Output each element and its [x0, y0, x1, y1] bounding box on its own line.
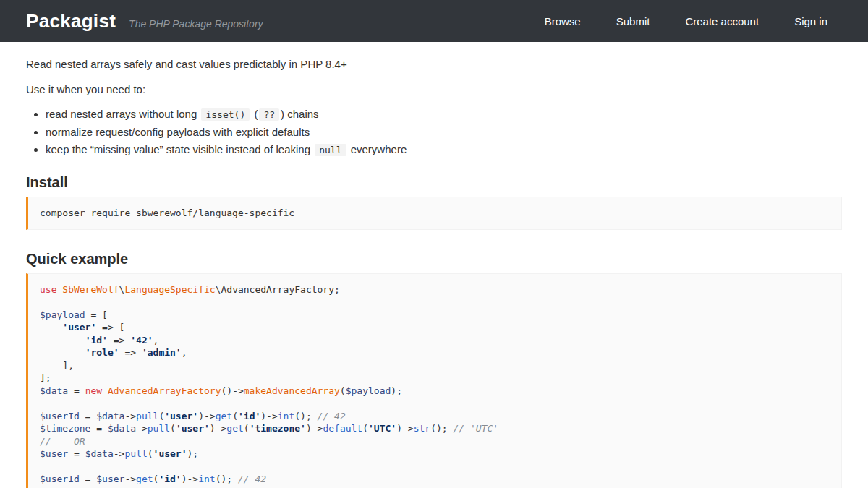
nav-create-account[interactable]: Create account	[685, 15, 759, 27]
site-tagline: The PHP Package Repository	[129, 18, 263, 30]
packagist-logo[interactable]: Packagist	[26, 10, 116, 33]
example-code-block: use SbWereWolf\LanguageSpecific\Advanced…	[26, 273, 842, 488]
use-when-paragraph: Use it when you need to:	[26, 83, 842, 96]
nav-browse[interactable]: Browse	[545, 15, 581, 27]
intro-paragraph: Read nested arrays safely and cast value…	[26, 58, 842, 71]
quick-example-heading: Quick example	[26, 250, 842, 267]
install-heading: Install	[26, 174, 842, 191]
install-code-block: composer require sbwerewolf/language-spe…	[26, 197, 842, 230]
header: Packagist The PHP Package Repository Bro…	[0, 0, 868, 42]
list-item: normalize request/config payloads with e…	[46, 124, 842, 141]
main-nav: Browse Submit Create account Sign in	[545, 15, 827, 27]
nav-submit[interactable]: Submit	[616, 15, 650, 27]
page: Packagist The PHP Package Repository Bro…	[0, 0, 868, 488]
list-item: read nested arrays without long isset() …	[46, 106, 842, 124]
readme-content: Read nested arrays safely and cast value…	[0, 42, 868, 488]
bullet-list: read nested arrays without long isset() …	[26, 106, 842, 159]
nav-sign-in[interactable]: Sign in	[794, 15, 827, 27]
list-item: keep the “missing value” state visible i…	[46, 141, 842, 159]
brand: Packagist The PHP Package Repository	[26, 10, 263, 33]
